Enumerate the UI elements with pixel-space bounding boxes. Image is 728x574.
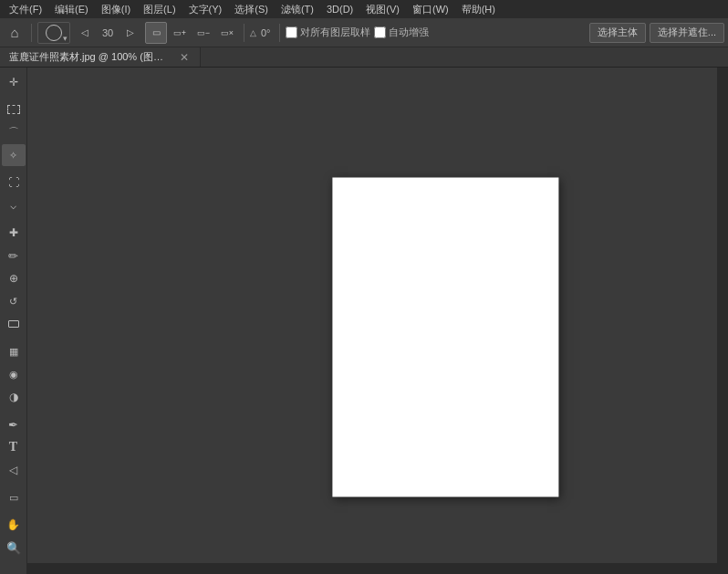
tool-dodge[interactable]: ◑ xyxy=(2,386,26,408)
dodge-icon: ◑ xyxy=(9,391,18,403)
tool-lasso[interactable]: ⌒ xyxy=(2,121,26,143)
toolbar-separator-2 xyxy=(244,24,244,42)
gradient-icon: ▦ xyxy=(9,346,18,358)
tool-move[interactable]: ✛ xyxy=(2,71,26,93)
mode-subtract-selection[interactable]: ▭− xyxy=(192,22,214,44)
crop-icon: ⛶ xyxy=(8,176,19,189)
tool-blur[interactable]: ◉ xyxy=(2,363,26,385)
home-button[interactable] xyxy=(4,22,26,44)
tab-bar: 蓝鹿证件照素材.jpg @ 100% (图层 2, RGB/8#) * ✕ xyxy=(0,47,728,68)
eyedropper-icon: ⌵ xyxy=(10,199,16,212)
tool-hand[interactable]: ✋ xyxy=(2,514,26,536)
menu-select[interactable]: 选择(S) xyxy=(229,2,274,17)
menu-file[interactable]: 文件(F) xyxy=(4,2,47,17)
select-mask-button[interactable]: 选择并遮住... xyxy=(650,23,724,43)
menu-filter[interactable]: 滤镜(T) xyxy=(276,2,319,17)
menu-layer[interactable]: 图层(L) xyxy=(138,2,181,17)
menu-3d[interactable]: 3D(D) xyxy=(321,3,359,16)
tool-gradient[interactable]: ▦ xyxy=(2,340,26,362)
brush-preview xyxy=(46,25,62,41)
tool-eyedropper[interactable]: ⌵ xyxy=(2,194,26,216)
stamp-icon: ⊕ xyxy=(9,272,18,285)
menu-text[interactable]: 文字(Y) xyxy=(183,2,228,17)
angle-value: 0° xyxy=(258,27,274,38)
tool-shape[interactable]: ▭ xyxy=(2,486,26,508)
menu-image[interactable]: 图像(I) xyxy=(96,2,136,17)
brush-size-increase[interactable]: ▷ xyxy=(120,22,141,44)
mode-intersect-selection[interactable]: ▭× xyxy=(216,22,238,44)
select-subject-button[interactable]: 选择主体 xyxy=(589,23,646,43)
brush-icon: ✏ xyxy=(8,249,18,263)
toolbar-separator-3 xyxy=(279,24,280,42)
menu-edit[interactable]: 编辑(E) xyxy=(49,2,94,17)
options-toolbar: ▾ ◁ 30 ▷ ▭ ▭+ ▭− ▭× △ 0° 对所有图层取样 自动增强 xyxy=(0,18,728,47)
home-icon xyxy=(10,25,18,40)
tool-history-brush[interactable]: ↺ xyxy=(2,290,26,312)
tab-label: 蓝鹿证件照素材.jpg @ 100% (图层 2, RGB/8#) * xyxy=(9,50,172,64)
tool-type[interactable]: T xyxy=(2,436,26,458)
blur-icon: ◉ xyxy=(9,369,18,381)
tool-stamp[interactable]: ⊕ xyxy=(2,267,26,289)
brush-dropdown-arrow: ▾ xyxy=(63,34,68,43)
sample-all-layers-checkbox[interactable] xyxy=(286,26,297,38)
tool-select-rect[interactable] xyxy=(2,99,26,120)
intersect-icon: ▭× xyxy=(221,28,234,37)
type-icon: T xyxy=(9,440,17,454)
tool-zoom[interactable]: 🔍 xyxy=(2,537,26,558)
sample-all-layers-label: 对所有图层取样 xyxy=(300,26,370,39)
tools-panel: ✛ ⌒ ✧ ⛶ ⌵ ✚ ✏ ⊕ ↺ xyxy=(0,68,27,574)
auto-enhance-group: 自动增强 xyxy=(374,26,429,39)
auto-enhance-label: 自动增强 xyxy=(389,26,429,39)
canvas-area[interactable] xyxy=(27,68,728,574)
angle-group: △ 0° xyxy=(250,27,274,38)
move-icon: ✛ xyxy=(9,76,18,89)
path-select-icon: ◁ xyxy=(9,464,17,476)
add-icon: ▭+ xyxy=(173,28,186,37)
menu-bar: 文件(F) 编辑(E) 图像(I) 图层(L) 文字(Y) 选择(S) 滤镜(T… xyxy=(0,0,728,18)
hand-icon: ✋ xyxy=(6,518,20,531)
select-rect-icon xyxy=(7,105,20,114)
eraser-icon xyxy=(8,320,19,328)
sample-all-layers-group: 对所有图层取样 xyxy=(286,26,370,39)
angle-icon: △ xyxy=(250,28,256,37)
tool-mode-group: ▭ ▭+ ▭− ▭× xyxy=(145,22,238,44)
brush-size-group: ◁ 30 ▷ xyxy=(74,22,141,44)
tool-path-select[interactable]: ◁ xyxy=(2,459,26,481)
heal-icon: ✚ xyxy=(9,226,18,239)
brush-preset-btn[interactable]: ▾ xyxy=(37,22,70,44)
toolbar-separator-1 xyxy=(31,24,32,42)
tool-brush[interactable]: ✏ xyxy=(2,245,26,266)
brush-size-value: 30 xyxy=(98,27,118,38)
mode-new-selection[interactable]: ▭ xyxy=(145,22,167,44)
tool-heal[interactable]: ✚ xyxy=(2,222,26,244)
brush-preset-group: ▾ xyxy=(37,22,70,44)
menu-view[interactable]: 视图(V) xyxy=(360,2,405,17)
zoom-icon: 🔍 xyxy=(6,541,21,555)
tool-3d[interactable]: ⋯ xyxy=(2,564,26,574)
3d-icon: ⋯ xyxy=(8,569,18,575)
magic-wand-icon: ✧ xyxy=(9,150,17,162)
brush-size-decrease[interactable]: ◁ xyxy=(74,22,96,44)
history-brush-icon: ↺ xyxy=(9,296,17,308)
canvas-document xyxy=(332,177,558,496)
auto-enhance-checkbox[interactable] xyxy=(374,26,386,38)
tool-crop[interactable]: ⛶ xyxy=(2,172,26,193)
tool-magic-wand[interactable]: ✧ xyxy=(2,144,26,166)
menu-window[interactable]: 窗口(W) xyxy=(407,2,454,17)
tool-pen[interactable]: ✒ xyxy=(2,413,26,435)
tab-close-button[interactable]: ✕ xyxy=(178,51,191,64)
shape-icon: ▭ xyxy=(9,492,18,504)
tab-document[interactable]: 蓝鹿证件照素材.jpg @ 100% (图层 2, RGB/8#) * ✕ xyxy=(0,47,201,67)
menu-help[interactable]: 帮助(H) xyxy=(456,2,501,17)
mode-add-selection[interactable]: ▭+ xyxy=(169,22,191,44)
subtract-icon: ▭− xyxy=(197,28,210,37)
main-content: ✛ ⌒ ✧ ⛶ ⌵ ✚ ✏ ⊕ ↺ xyxy=(0,68,728,574)
tool-eraser[interactable] xyxy=(2,313,26,335)
lasso-icon: ⌒ xyxy=(8,125,19,141)
pen-icon: ✒ xyxy=(8,418,18,432)
